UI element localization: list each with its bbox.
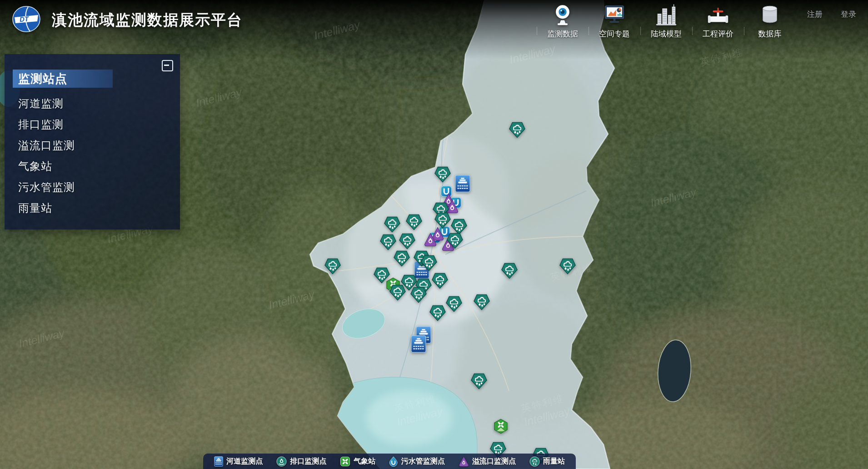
map-marker-rain[interactable]	[384, 216, 401, 233]
svg-text:DT: DT	[19, 15, 30, 23]
register-link[interactable]: 注册	[807, 9, 823, 20]
marker-icon	[389, 294, 406, 302]
marker-icon	[501, 273, 518, 280]
sidebar-item[interactable]: 排口监测	[18, 114, 180, 135]
marker-icon	[394, 260, 410, 268]
map-legend: 河道监测点 排口监测点 气象站 污水管监测点	[203, 454, 576, 469]
map-marker-overflow[interactable]	[424, 232, 437, 247]
marker-icon	[445, 306, 462, 314]
legend-item-sewage[interactable]: 污水管监测点	[389, 456, 444, 467]
panel-title[interactable]: 监测站点	[13, 70, 113, 88]
marker-icon	[411, 347, 426, 354]
legend-label: 排口监测点	[290, 457, 326, 466]
map-marker-river[interactable]	[455, 175, 470, 192]
map-marker-rain[interactable]	[445, 296, 462, 312]
monitoring-stations-panel: 监测站点 河道监测 排口监测 溢流口监测 气象站 污水管监测 雨量站	[5, 54, 180, 230]
map-marker-weather[interactable]	[494, 419, 509, 434]
marker-icon	[494, 428, 509, 435]
login-link[interactable]: 登录	[841, 9, 856, 20]
legend-item-river[interactable]: 河道监测点	[214, 456, 263, 467]
nav-icon	[758, 3, 782, 27]
marker-icon	[324, 268, 341, 276]
sidebar-item[interactable]: 污水管监测	[18, 177, 180, 198]
marker-icon	[471, 383, 488, 391]
legend-item-overflow[interactable]: 溢流口监测点	[459, 456, 516, 467]
map-marker-rain[interactable]	[324, 258, 341, 274]
app-logo-icon: DT	[12, 5, 41, 35]
marker-icon	[434, 222, 451, 230]
page-title: 滇池流域监测数据展示平台	[52, 10, 243, 30]
marker-icon	[446, 243, 463, 250]
map-marker-rain[interactable]	[471, 373, 488, 389]
map-marker-rain[interactable]	[509, 122, 526, 138]
nav-icon	[550, 3, 575, 27]
map-marker-rain[interactable]	[432, 273, 449, 289]
legend-icon	[340, 456, 350, 467]
sidebar-item[interactable]: 河道监测	[18, 93, 180, 114]
map-marker-rain[interactable]	[429, 305, 446, 321]
marker-icon	[455, 186, 470, 194]
panel-minimize-button[interactable]	[162, 60, 173, 71]
marker-icon	[434, 176, 451, 184]
nav-item-monitor-data[interactable]: 监测数据	[537, 3, 589, 39]
map-marker-rain[interactable]	[501, 263, 518, 279]
sidebar-item[interactable]: 溢流口监测	[18, 135, 180, 156]
nav-icon	[706, 3, 730, 27]
legend-icon	[529, 456, 540, 467]
marker-icon	[432, 283, 449, 290]
map-marker-river[interactable]	[411, 335, 426, 353]
nav-label: 陆域模型	[651, 29, 682, 39]
nav-label: 空间专题	[599, 29, 630, 39]
panel-list: 河道监测 排口监测 溢流口监测 气象站 污水管监测 雨量站	[18, 93, 180, 219]
legend-icon	[214, 456, 223, 467]
nav-icon	[654, 3, 678, 27]
nav-item-land-model[interactable]: 陆域模型	[640, 3, 692, 39]
nav-item-spatial[interactable]: 空间专题	[589, 3, 640, 39]
map-marker-rain[interactable]	[379, 234, 396, 250]
map-marker-rain[interactable]	[394, 250, 410, 267]
map-marker-rain[interactable]	[399, 233, 415, 249]
legend-icon	[276, 456, 287, 467]
map-marker-rain[interactable]	[434, 166, 451, 183]
nav-item-database[interactable]: 数据库	[744, 3, 796, 39]
nav-label: 数据库	[758, 29, 782, 39]
marker-icon	[374, 277, 390, 285]
marker-icon	[429, 315, 446, 323]
map-marker-rain[interactable]	[559, 258, 576, 274]
nav-label: 监测数据	[547, 29, 578, 39]
marker-icon	[509, 132, 526, 140]
marker-icon	[420, 265, 437, 273]
legend-label: 气象站	[354, 457, 375, 466]
legend-item-weather[interactable]: 气象站	[340, 456, 375, 467]
auth-links: 注册 登录	[807, 9, 856, 20]
marker-icon	[559, 268, 576, 276]
map-marker-rain[interactable]	[389, 284, 406, 301]
legend-label: 溢流口监测点	[472, 457, 516, 466]
map-marker-rain[interactable]	[434, 212, 451, 229]
sidebar-item[interactable]: 气象站	[18, 156, 180, 177]
legend-icon	[459, 456, 469, 467]
sidebar-item[interactable]: 雨量站	[18, 198, 180, 219]
map-marker-rain[interactable]	[420, 255, 437, 271]
nav-label: 工程评价	[703, 29, 733, 39]
marker-icon	[424, 240, 437, 248]
legend-item-outlet[interactable]: 排口监测点	[276, 456, 326, 467]
map-marker-rain[interactable]	[374, 267, 390, 284]
map-marker-rain[interactable]	[406, 214, 423, 230]
marker-icon	[410, 297, 427, 304]
map-marker-rain[interactable]	[410, 287, 427, 303]
map-marker-rain[interactable]	[446, 233, 463, 249]
map-marker-rain[interactable]	[474, 294, 490, 310]
legend-label: 污水管监测点	[401, 457, 445, 466]
top-nav: 监测数据 空间专题	[537, 3, 796, 39]
legend-icon	[389, 456, 398, 467]
marker-icon	[474, 304, 490, 312]
nav-item-engineering[interactable]: 工程评价	[692, 3, 744, 39]
legend-label: 雨量站	[543, 457, 565, 466]
nav-icon	[602, 3, 627, 27]
legend-item-rain[interactable]: 雨量站	[529, 456, 565, 467]
legend-label: 河道监测点	[226, 457, 263, 466]
brand: DT 滇池流域监测数据展示平台	[12, 5, 243, 35]
marker-icon	[384, 226, 401, 234]
marker-icon	[406, 224, 423, 232]
